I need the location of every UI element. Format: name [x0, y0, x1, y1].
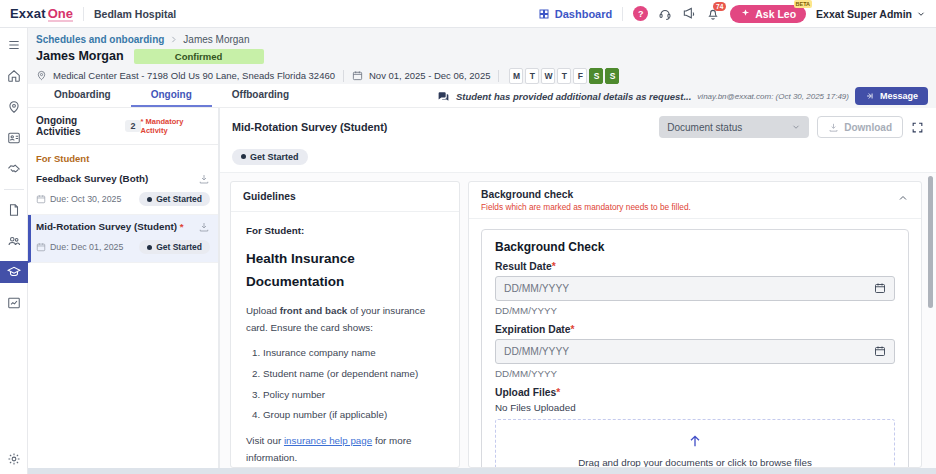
download-icon[interactable] — [198, 221, 210, 233]
sparkle-icon — [740, 8, 751, 19]
message-button[interactable]: Message — [855, 87, 928, 105]
home-icon[interactable] — [0, 65, 28, 87]
location-pin-icon[interactable] — [0, 96, 28, 118]
weekday-chip: W — [541, 68, 555, 84]
result-date-format-hint: DD/MM/YYYY — [495, 305, 895, 316]
for-student-label: For Student: — [246, 223, 446, 240]
detail-status-badge: Get Started — [232, 149, 308, 165]
expiration-date-label: Expiration Date* — [495, 324, 895, 335]
activity-name: Feedback Survey (Both) — [36, 173, 148, 184]
notification-count-badge: 74 — [713, 2, 726, 11]
checklist-item: Student name (or dependent name) — [263, 366, 446, 383]
ask-leo-button[interactable]: Ask Leo BETA — [730, 5, 806, 23]
ongoing-activities-panel: Ongoing Activities 2 * Mandatory Activit… — [28, 108, 218, 468]
weekday-chip: M — [509, 68, 523, 84]
weekday-chip: T — [525, 68, 539, 84]
horizontal-scrollbar[interactable] — [28, 468, 936, 474]
collapse-chevron-up-icon[interactable] — [897, 192, 909, 204]
send-icon — [865, 91, 875, 101]
result-date-input[interactable] — [504, 283, 874, 294]
weekday-chip: T — [557, 68, 571, 84]
chevron-right-icon — [169, 35, 178, 44]
help-icon[interactable]: ? — [633, 6, 648, 21]
calendar-picker-icon[interactable] — [874, 345, 886, 357]
background-check-form: Background Check Result Date* DD/MM/YYYY — [481, 229, 909, 468]
user-menu-label: Exxat Super Admin — [816, 8, 912, 20]
status-dot — [147, 245, 152, 250]
fullscreen-expand-icon[interactable] — [911, 121, 924, 134]
required-marker: * — [180, 221, 184, 232]
activity-due-date: Due: Dec 01, 2025 — [50, 242, 123, 252]
file-dropzone[interactable]: Drag and drop your documents or click to… — [495, 419, 895, 468]
divider — [498, 70, 499, 82]
weekday-chip-active: S — [589, 68, 603, 84]
notifications-bell-icon[interactable]: 74 — [706, 7, 720, 21]
handshake-icon[interactable] — [0, 158, 28, 180]
logo-text-exxat: Exxat — [10, 6, 46, 21]
document-status-select[interactable]: Document status — [659, 116, 809, 138]
upload-files-label: Upload Files* — [495, 387, 895, 398]
activities-count-badge: 2 — [125, 120, 140, 132]
status-dot — [147, 197, 152, 202]
settings-gear-icon[interactable] — [0, 448, 28, 470]
calendar-icon — [352, 70, 363, 81]
chevron-down-icon — [791, 122, 801, 132]
chevron-down-icon — [916, 9, 926, 19]
download-icon — [828, 122, 839, 133]
weekday-chip: F — [573, 68, 587, 84]
tab-onboarding[interactable]: Onboarding — [34, 84, 131, 107]
upload-arrow-icon — [506, 433, 884, 449]
scrollbar-thumb[interactable] — [928, 176, 933, 308]
activity-item-mid-rotation-survey[interactable]: Mid-Rotation Survey (Student) * Due: — [28, 215, 218, 263]
result-date-label: Result Date* — [495, 261, 895, 272]
announcements-megaphone-icon[interactable] — [682, 7, 696, 21]
user-menu[interactable]: Exxat Super Admin — [816, 8, 926, 20]
detail-title: Mid-Rotation Survey (Student) — [232, 121, 387, 133]
guidelines-intro: Upload front and back of your insurance … — [246, 303, 446, 336]
activity-due-date: Due: Oct 30, 2025 — [50, 194, 121, 204]
chat-bubbles-icon — [437, 90, 450, 103]
breadcrumb: Schedules and onboarding James Morgan — [28, 28, 936, 46]
people-icon[interactable] — [0, 230, 28, 252]
expiration-date-input[interactable] — [504, 346, 874, 357]
chart-icon[interactable] — [0, 292, 28, 314]
divider — [343, 70, 344, 82]
activity-item-feedback-survey[interactable]: Feedback Survey (Both) Due: Oct 30, 2025 — [28, 167, 218, 215]
exxat-logo: Exxat One — [10, 6, 73, 22]
download-icon[interactable] — [198, 173, 210, 185]
weekday-chips: M T W T F S S — [509, 68, 619, 84]
breadcrumb-parent-link[interactable]: Schedules and onboarding — [36, 34, 164, 45]
calendar-icon — [36, 242, 46, 252]
no-files-text: No Files Uploaded — [495, 402, 895, 413]
document-icon[interactable] — [0, 199, 28, 221]
dropzone-text: Drag and drop your documents or click to… — [506, 455, 884, 468]
activities-group-label: For Student — [28, 145, 218, 167]
message-button-label: Message — [880, 91, 918, 101]
beta-tag: BETA — [794, 0, 813, 8]
tab-offboarding[interactable]: Offboarding — [212, 84, 309, 107]
background-check-title: Background check — [481, 189, 691, 200]
message-meta: vinay.bn@exxat.com: (Oct 30, 2025 17:49) — [697, 92, 849, 101]
activity-detail-panel: Mid-Rotation Survey (Student) Document s… — [220, 108, 936, 468]
status-dot — [241, 154, 246, 159]
ask-leo-label: Ask Leo — [755, 8, 796, 20]
divider — [4, 189, 24, 190]
graduation-cap-icon[interactable] — [0, 261, 28, 283]
tab-ongoing[interactable]: Ongoing — [131, 84, 212, 107]
insurance-help-link[interactable]: insurance help page — [284, 435, 372, 446]
org-name: Bedlam Hospital — [94, 8, 176, 20]
calendar-picker-icon[interactable] — [874, 282, 886, 294]
checklist-item: Group number (if applicable) — [263, 407, 446, 424]
guidelines-card: Guidelines For Student: Health Insurance… — [230, 181, 460, 469]
student-name: James Morgan — [36, 49, 124, 63]
location-pin-icon — [36, 70, 47, 81]
message-notification-bar: Student has provided additional details … — [580, 84, 936, 108]
mandatory-activity-note: * Mandatory Activity — [141, 117, 211, 135]
dashboard-button[interactable]: Dashboard — [538, 8, 612, 20]
support-headset-icon[interactable] — [658, 7, 672, 21]
download-button[interactable]: Download — [817, 116, 903, 138]
calendar-icon — [36, 194, 46, 204]
menu-icon[interactable] — [0, 34, 28, 56]
divider — [83, 7, 84, 21]
id-card-icon[interactable] — [0, 127, 28, 149]
